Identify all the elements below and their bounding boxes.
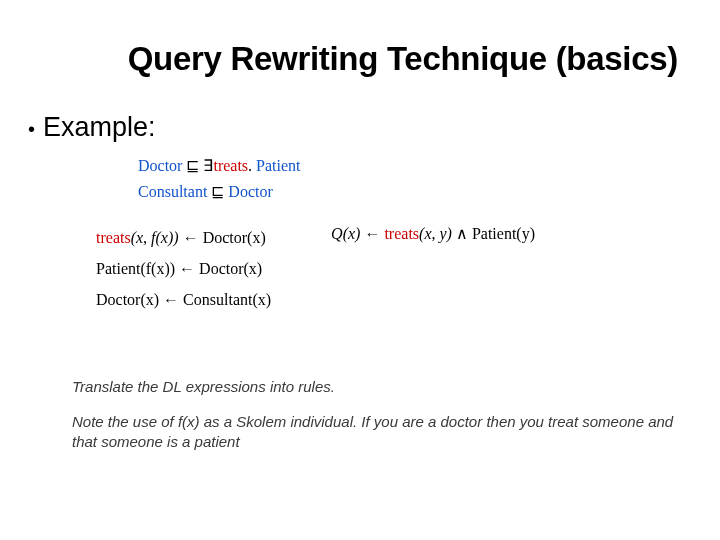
footer-notes: Translate the DL expressions into rules.… xyxy=(72,377,678,452)
example-bullet: • Example: xyxy=(42,112,678,143)
dot: . xyxy=(248,157,252,174)
role-treats: treats xyxy=(213,157,248,174)
bullet-icon: • xyxy=(28,119,35,139)
arrow-icon: ← xyxy=(159,291,183,308)
query-b1-args: (x, y) xyxy=(419,225,452,242)
concept-doctor: Doctor xyxy=(138,157,182,174)
rules-left: treats(x, f(x)) ← Doctor(x) Patient(f(x)… xyxy=(96,222,271,316)
note-2: Note the use of f(x) as a Skolem individ… xyxy=(72,412,678,453)
query-b2: Patient(y) xyxy=(472,225,535,242)
axiom-1: Doctor ⊑ ∃treats. Patient xyxy=(138,153,678,179)
query-head: Q(x) xyxy=(331,225,360,242)
arrow-icon: ← xyxy=(179,229,203,246)
arrow-icon: ← xyxy=(175,260,199,277)
pred-treats: treats xyxy=(96,229,131,246)
subsumption-symbol: ⊑ xyxy=(211,183,224,200)
rule-1-body: Doctor(x) xyxy=(203,229,266,246)
pred-treats: treats xyxy=(384,225,419,242)
query-rule: Q(x) ← treats(x, y) ∧ Patient(y) xyxy=(331,224,535,243)
arrow-icon: ← xyxy=(360,225,384,242)
slide-title: Query Rewriting Technique (basics) xyxy=(42,40,678,78)
rule-2-head: Patient(f(x)) xyxy=(96,260,175,277)
rule-3: Doctor(x) ← Consultant(x) xyxy=(96,284,271,315)
concept-doctor: Doctor xyxy=(228,183,272,200)
bullet-label: Example: xyxy=(43,112,156,143)
rule-2-body: Doctor(x) xyxy=(199,260,262,277)
rule-1: treats(x, f(x)) ← Doctor(x) xyxy=(96,222,271,253)
concept-patient: Patient xyxy=(256,157,300,174)
axiom-2: Consultant ⊑ Doctor xyxy=(138,179,678,205)
note-1: Translate the DL expressions into rules. xyxy=(72,377,678,397)
rule-3-body: Consultant(x) xyxy=(183,291,271,308)
rule-2: Patient(f(x)) ← Doctor(x) xyxy=(96,253,271,284)
slide: Query Rewriting Technique (basics) • Exa… xyxy=(0,0,720,540)
rule-3-head: Doctor(x) xyxy=(96,291,159,308)
rules-zone: treats(x, f(x)) ← Doctor(x) Patient(f(x)… xyxy=(42,222,678,316)
concept-consultant: Consultant xyxy=(138,183,207,200)
and-symbol: ∧ xyxy=(452,225,472,242)
exists-symbol: ∃ xyxy=(203,157,213,174)
subsumption-symbol: ⊑ xyxy=(186,157,199,174)
dl-axioms: Doctor ⊑ ∃treats. Patient Consultant ⊑ D… xyxy=(138,153,678,206)
rule-1-head-args: (x, f(x)) xyxy=(131,229,179,246)
